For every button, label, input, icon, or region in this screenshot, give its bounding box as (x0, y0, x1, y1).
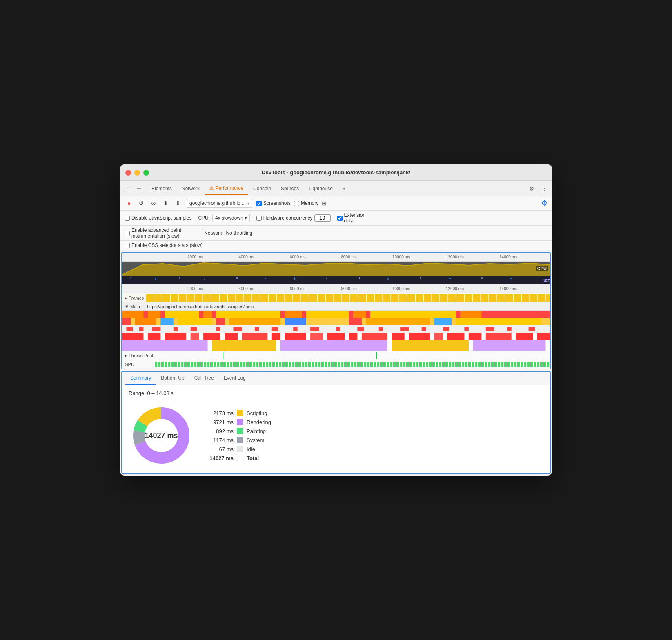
svg-rect-70 (507, 327, 511, 331)
svg-rect-95 (280, 340, 387, 351)
svg-rect-58 (255, 327, 259, 331)
settings-icon[interactable]: ⚙ (527, 184, 536, 193)
svg-rect-13 (326, 278, 327, 279)
hw-concurrency-input[interactable] (314, 214, 331, 222)
devtools-window: DevTools - googlechrome.github.io/devtoo… (120, 164, 552, 476)
svg-rect-15 (387, 278, 389, 280)
download-button[interactable]: ⬇ (174, 199, 182, 208)
range-text: Range: 0 – 14.03 s (129, 390, 543, 396)
svg-rect-71 (529, 327, 535, 331)
tab-call-tree[interactable]: Call Tree (189, 372, 219, 385)
svg-rect-40 (160, 318, 173, 325)
painting-swatch (237, 428, 243, 434)
svg-rect-72 (122, 333, 143, 340)
tab-elements[interactable]: Elements (147, 182, 177, 195)
svg-rect-38 (122, 318, 131, 325)
disable-js-samples-checkbox[interactable] (125, 216, 130, 221)
tab-console[interactable]: Console (248, 182, 276, 195)
tab-bottom-up[interactable]: Bottom-Up (156, 372, 189, 385)
more-menu-icon[interactable]: ⋮ (540, 184, 549, 193)
total-swatch (237, 455, 243, 461)
svg-rect-53 (152, 327, 160, 331)
svg-rect-6 (130, 277, 131, 278)
reload-button[interactable]: ↺ (137, 199, 146, 208)
svg-rect-99 (376, 352, 377, 359)
tab-summary[interactable]: Summary (125, 372, 156, 385)
svg-rect-34 (370, 311, 456, 318)
svg-rect-10 (236, 277, 238, 279)
flame-row-5 (122, 340, 550, 351)
tab-more[interactable]: » (338, 182, 350, 195)
clear-button[interactable]: ⊘ (149, 199, 158, 208)
enable-advanced-paint-checkbox[interactable] (125, 231, 130, 236)
flame-row-1 (122, 311, 550, 318)
flame-chart[interactable] (122, 311, 550, 351)
toolbar: ● ↺ ⊘ ⬆ ⬇ googlechrome.github.io ... ▾ S… (120, 196, 552, 211)
hw-concurrency-checkbox[interactable] (256, 216, 262, 221)
tab-performance[interactable]: ⚠ Performance (205, 182, 248, 195)
url-bar[interactable]: googlechrome.github.io ... ▾ (186, 199, 253, 208)
memory-checkbox[interactable] (294, 201, 299, 206)
svg-rect-54 (174, 327, 178, 331)
maximize-button[interactable] (143, 170, 149, 176)
svg-rect-97 (473, 340, 545, 351)
svg-rect-67 (443, 327, 449, 331)
memory-icon[interactable]: ⊞ (322, 200, 327, 207)
chevron-right-icon: ▶ (125, 296, 127, 300)
svg-rect-73 (148, 333, 160, 340)
svg-rect-43 (229, 318, 280, 325)
svg-rect-66 (422, 327, 426, 331)
enable-css-stats-checkbox[interactable] (125, 243, 130, 248)
minimap-net-row[interactable]: NET (122, 276, 550, 284)
cursor-icon[interactable]: ⬚ (123, 184, 131, 193)
extension-data-checkbox[interactable] (337, 216, 343, 221)
time-ruler-bottom: 2000 ms 4000 ms 6000 ms 8000 ms 10000 ms… (122, 284, 550, 293)
svg-rect-45 (310, 318, 345, 325)
tab-sources[interactable]: Sources (276, 182, 304, 195)
system-swatch (237, 437, 243, 443)
svg-rect-16 (420, 277, 421, 279)
window-title: DevTools - googlechrome.github.io/devtoo… (262, 169, 410, 176)
svg-rect-35 (460, 311, 481, 318)
svg-rect-98 (223, 352, 223, 359)
svg-rect-64 (379, 327, 383, 331)
tab-right-icons: ⚙ ⋮ (527, 184, 549, 193)
svg-rect-14 (359, 277, 360, 279)
screenshots-checkbox[interactable] (256, 201, 262, 206)
svg-rect-89 (469, 333, 481, 340)
svg-rect-78 (242, 333, 267, 340)
svg-rect-61 (310, 327, 319, 331)
svg-rect-47 (366, 318, 430, 325)
device-icon[interactable]: ▭ (135, 184, 143, 193)
tab-network[interactable]: Network (177, 182, 205, 195)
frames-label: ▶ Frames (122, 296, 146, 300)
chevron-down-icon: ▾ (245, 215, 247, 221)
enable-advanced-paint-group: Enable advanced paint instrumentation (s… (125, 227, 181, 239)
svg-rect-7 (155, 278, 156, 280)
svg-rect-55 (191, 327, 197, 331)
tab-lighthouse[interactable]: Lighthouse (304, 182, 338, 195)
memory-checkbox-group: Memory (294, 200, 318, 206)
svg-rect-18 (481, 277, 483, 279)
idle-swatch (237, 446, 243, 452)
svg-rect-9 (204, 279, 205, 280)
svg-rect-12 (294, 277, 295, 280)
gear-blue-icon[interactable]: ⚙ (541, 199, 547, 208)
timeline-panel: 2000 ms 4000 ms 6000 ms 8000 ms 10000 ms… (121, 252, 551, 369)
minimap-cpu-row[interactable]: CPU (122, 262, 550, 276)
svg-rect-48 (434, 318, 452, 325)
close-button[interactable] (125, 170, 131, 176)
svg-rect-29 (203, 311, 212, 318)
gpu-label: GPU (122, 362, 155, 367)
settings-row-1: Disable JavaScript samples CPU: 4x slowd… (120, 211, 552, 226)
minimize-button[interactable] (134, 170, 140, 176)
svg-rect-26 (122, 311, 143, 318)
tab-event-log[interactable]: Event Log (219, 372, 251, 385)
time-marks-bottom: 2000 ms 4000 ms 6000 ms 8000 ms 10000 ms… (187, 287, 517, 291)
cpu-wave (122, 262, 550, 276)
scripting-swatch (237, 410, 243, 416)
cpu-dropdown[interactable]: 4x slowdown ▾ (212, 214, 250, 222)
record-button[interactable]: ● (125, 199, 134, 208)
upload-button[interactable]: ⬆ (161, 199, 170, 208)
svg-rect-68 (464, 327, 468, 331)
